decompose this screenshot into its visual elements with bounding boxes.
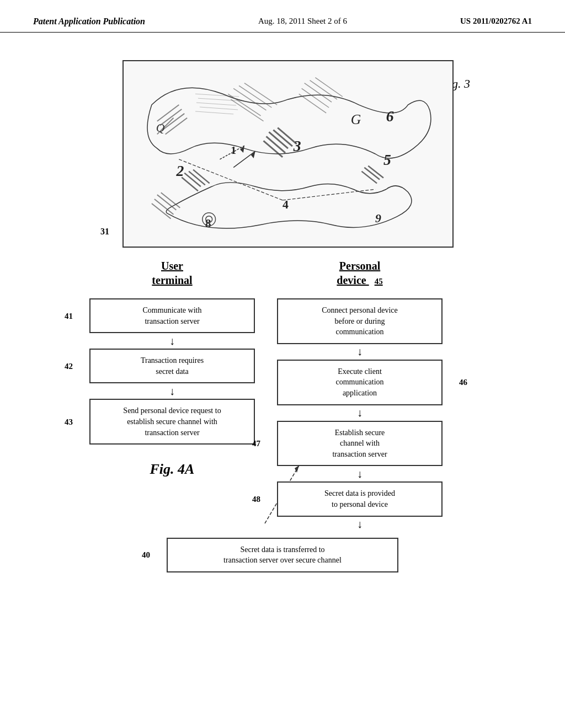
header-left-text: Patent Application Publication [33, 17, 145, 26]
label-43: 43 [65, 417, 73, 426]
svg-text:G: G [351, 111, 361, 127]
bottom-box-wrapper: 40 Secret data is transferred to transac… [89, 538, 476, 572]
svg-text:Q: Q [156, 121, 165, 135]
svg-line-40 [282, 189, 375, 200]
label-48: 48 [252, 494, 260, 504]
arrow-right-2: ↓ [277, 405, 443, 421]
box-connect-personal: Connect personal device before or during… [277, 298, 443, 344]
left-column-user-terminal: Userterminal 41 Communicate with transac… [89, 259, 266, 532]
svg-line-36 [299, 94, 326, 113]
svg-text:9: 9 [375, 212, 381, 225]
label-47: 47 [252, 438, 260, 448]
header-right-text: US 2011/0202762 A1 [460, 17, 532, 26]
label-41: 41 [65, 311, 73, 320]
flowchart-fig4a: Userterminal 41 Communicate with transac… [89, 259, 476, 572]
left-column-header: Userterminal [89, 259, 255, 287]
svg-line-45 [195, 94, 239, 97]
box-send-request: Send personal device request to establis… [89, 399, 255, 445]
arrow-right-3: ↓ [277, 466, 443, 481]
label-46: 46 [459, 378, 467, 387]
box-secret-data-transferred: Secret data is transferred to transactio… [167, 538, 398, 572]
main-content: 30 35 37 Fig. 3 33 31 [0, 33, 565, 584]
fig3-label-31: 31 [100, 227, 109, 237]
box-establish-secure: Establish secure channel with transactio… [277, 421, 443, 467]
arrow-right-1: ↓ [277, 344, 443, 360]
svg-line-49 [195, 111, 233, 114]
svg-line-48 [200, 107, 238, 110]
svg-text:6: 6 [386, 108, 394, 125]
svg-text:5: 5 [383, 151, 391, 168]
box-communicate: Communicate with transaction server [89, 298, 255, 333]
svg-line-39 [179, 159, 282, 200]
right-column-personal-device: Personaldevice 45 Connect personal devic… [266, 259, 443, 532]
label-42: 42 [65, 361, 73, 371]
svg-marker-53 [251, 151, 255, 158]
fig3-diagram: 30 35 37 Fig. 3 33 31 [95, 60, 470, 248]
flowchart-columns: Userterminal 41 Communicate with transac… [89, 259, 476, 532]
page-header: Patent Application Publication Aug. 18, … [0, 0, 565, 33]
svg-line-47 [196, 103, 236, 105]
svg-text:1: 1 [231, 144, 236, 156]
svg-line-0 [157, 105, 179, 121]
svg-line-52 [233, 151, 255, 168]
fig3-drawing-box: 2 1 3 [122, 60, 454, 248]
svg-line-35 [302, 88, 329, 108]
arrow-down-2: ↓ [89, 383, 255, 399]
fig4a-title: Fig. 4A [89, 461, 255, 478]
svg-line-29 [244, 83, 277, 105]
svg-line-9 [182, 177, 198, 191]
box-secret-data-provided: Secret data is provided to personal devi… [277, 481, 443, 516]
svg-marker-12 [240, 146, 244, 153]
right-column-header: Personaldevice 45 [277, 259, 443, 287]
arrow-right-4: ↓ [277, 517, 443, 532]
svg-line-44 [152, 204, 171, 219]
label-40: 40 [142, 550, 150, 560]
svg-text:2: 2 [175, 162, 184, 179]
label-45: 45 [375, 277, 383, 286]
fig3-svg: 2 1 3 [124, 61, 452, 247]
svg-text:3: 3 [293, 137, 301, 154]
svg-line-23 [361, 172, 377, 184]
arrow-down-1: ↓ [89, 333, 255, 349]
box-transaction-requires: Transaction requires secret data [89, 349, 255, 383]
box-execute-client: Execute client communication application [277, 360, 443, 405]
header-center-text: Aug. 18, 2011 Sheet 2 of 6 [258, 17, 347, 26]
svg-line-31 [231, 99, 263, 121]
